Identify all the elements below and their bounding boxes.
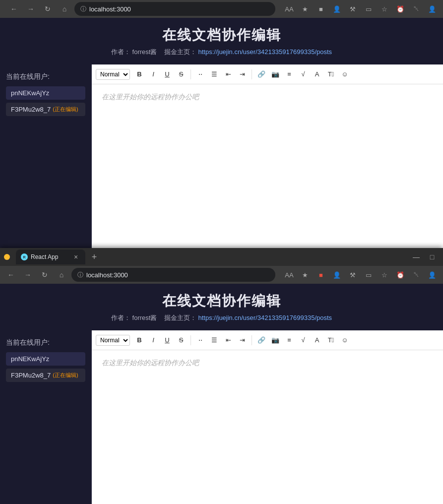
unordered-list-btn-2[interactable]: ☰ bbox=[208, 334, 221, 347]
emoji-btn-2[interactable]: ☺ bbox=[338, 334, 351, 347]
extension-icon-1[interactable]: ■ bbox=[314, 2, 328, 16]
cast-icon-2[interactable]: ␀ bbox=[409, 268, 423, 282]
home-button-2[interactable]: ⌂ bbox=[55, 268, 68, 282]
bookmark-icon-1[interactable]: ★ bbox=[298, 2, 312, 16]
favorites-icon-1[interactable]: ☆ bbox=[378, 2, 391, 16]
tab-active-2[interactable]: R React App × bbox=[16, 250, 85, 264]
formula-btn-1[interactable]: √ bbox=[297, 68, 310, 81]
editor-content-2[interactable]: 在这里开始你的远程协作办公吧 @稀土掘金技术社区 bbox=[92, 350, 443, 504]
browser-window-2: R React App × + — □ ← → ↻ ⌂ ⓘ localhost:… bbox=[0, 248, 443, 504]
unordered-list-btn-1[interactable]: ☰ bbox=[208, 68, 221, 81]
align-btn-1[interactable]: ≡ bbox=[283, 68, 296, 81]
cast-icon-1[interactable]: ␀ bbox=[409, 2, 423, 16]
user-item-4: F3PMu2w8_7 (正在编辑) bbox=[6, 369, 85, 382]
reload-button-2[interactable]: ↻ bbox=[38, 268, 52, 282]
maximize-win-btn-2[interactable]: □ bbox=[425, 250, 439, 264]
editing-badge-2: (正在编辑) bbox=[53, 372, 78, 379]
minimize-button-2[interactable] bbox=[4, 254, 10, 260]
italic-btn-1[interactable]: I bbox=[147, 68, 160, 81]
browser-window-1: ← → ↻ ⌂ ⓘ localhost:3000 AA ★ ■ 👤 ⚒ ▭ ☆ … bbox=[0, 0, 443, 248]
indent-btn-1[interactable]: ⇥ bbox=[236, 68, 249, 81]
ordered-list-btn-1[interactable]: ⋅⋅ bbox=[194, 68, 207, 81]
link-btn-2[interactable]: 🔗 bbox=[255, 334, 268, 347]
extensions-icon-2[interactable]: ⚒ bbox=[346, 268, 360, 282]
ordered-list-btn-2[interactable]: ⋅⋅ bbox=[194, 334, 207, 347]
account-icon-2[interactable]: 👤 bbox=[425, 268, 439, 282]
translate-icon-1[interactable]: AA bbox=[282, 2, 296, 16]
page-body-1: 当前在线用户: pnNEKwAjYz F3PMu2w8_7 (正在编辑) Nor… bbox=[0, 64, 443, 248]
sep-3 bbox=[190, 335, 191, 345]
bold-btn-2[interactable]: B bbox=[133, 334, 146, 347]
juejin-link-1[interactable]: https://juejin.cn/user/3421335917699335/… bbox=[198, 48, 332, 56]
tab-close-2[interactable]: × bbox=[71, 252, 80, 261]
favorites-icon-2[interactable]: ☆ bbox=[378, 268, 391, 282]
extensions-icon-1[interactable]: ⚒ bbox=[346, 2, 360, 16]
profile-icon-1[interactable]: 👤 bbox=[330, 2, 344, 16]
editor-toolbar-2: Normal B I U S ⋅⋅ ☰ ⇤ ⇥ 🔗 📷 ≡ √ A bbox=[92, 330, 443, 350]
indent-btn-2[interactable]: ⇥ bbox=[236, 334, 249, 347]
font-color-btn-1[interactable]: A bbox=[311, 68, 323, 81]
profile-icon-2[interactable]: 👤 bbox=[330, 268, 344, 282]
back-button-1[interactable]: ← bbox=[7, 2, 21, 16]
clear-format-btn-1[interactable]: T⃢ bbox=[324, 68, 337, 81]
page-header-2: 在线文档协作编辑 作者： forrest酱 掘金主页： https://juej… bbox=[0, 284, 443, 330]
editor-content-1[interactable]: 在这里开始你的远程协作办公吧 bbox=[92, 84, 443, 248]
outdent-btn-1[interactable]: ⇤ bbox=[222, 68, 235, 81]
page-area-1: 在线文档协作编辑 作者： forrest酱 掘金主页： https://juej… bbox=[0, 18, 443, 248]
tab-title-2: React App bbox=[31, 253, 68, 260]
back-button-2[interactable]: ← bbox=[4, 268, 18, 282]
address-text-1: localhost:3000 bbox=[89, 5, 131, 13]
style-select-2[interactable]: Normal bbox=[96, 335, 130, 346]
info-icon-1: ⓘ bbox=[80, 5, 86, 13]
editor-area-2: Normal B I U S ⋅⋅ ☰ ⇤ ⇥ 🔗 📷 ≡ √ A bbox=[92, 330, 443, 504]
italic-btn-2[interactable]: I bbox=[147, 334, 160, 347]
clear-format-btn-2[interactable]: T⃢ bbox=[324, 334, 337, 347]
tab-bar-2: R React App × + — □ bbox=[0, 248, 443, 266]
forward-button-2[interactable]: → bbox=[21, 268, 35, 282]
emoji-btn-1[interactable]: ☺ bbox=[338, 68, 351, 81]
home-button-1[interactable]: ⌂ bbox=[58, 2, 71, 16]
account-icon-1[interactable]: 👤 bbox=[425, 2, 439, 16]
translate-icon-2[interactable]: AA bbox=[282, 268, 296, 282]
image-btn-2[interactable]: 📷 bbox=[269, 334, 282, 347]
outdent-btn-2[interactable]: ⇤ bbox=[222, 334, 235, 347]
extension-red-icon-2[interactable]: ■ bbox=[314, 268, 328, 282]
browser-toolbar-icons-1: AA ★ ■ 👤 ⚒ ▭ ☆ ⏰ ␀ 👤 bbox=[282, 2, 439, 16]
tab-group-icon-2[interactable]: ▭ bbox=[362, 268, 376, 282]
browser-chrome-2: ← → ↻ ⌂ ⓘ localhost:3000 AA ★ ■ 👤 ⚒ ▭ ☆ … bbox=[0, 266, 443, 284]
history-icon-2[interactable]: ⏰ bbox=[393, 268, 407, 282]
strikethrough-btn-2[interactable]: S bbox=[175, 334, 188, 347]
image-btn-1[interactable]: 📷 bbox=[269, 68, 282, 81]
juejin-label-1: 掘金主页： bbox=[164, 48, 196, 56]
forward-button-1[interactable]: → bbox=[24, 2, 38, 16]
formula-btn-2[interactable]: √ bbox=[297, 334, 310, 347]
align-btn-2[interactable]: ≡ bbox=[283, 334, 296, 347]
bookmark-icon-2[interactable]: ★ bbox=[298, 268, 312, 282]
user-item-1: pnNEKwAjYz bbox=[6, 86, 85, 100]
address-bar-1[interactable]: ⓘ localhost:3000 bbox=[74, 2, 275, 16]
juejin-link-2[interactable]: https://juejin.cn/user/3421335917699335/… bbox=[198, 314, 332, 321]
sep-1 bbox=[190, 69, 191, 79]
editing-badge-1: (正在编辑) bbox=[53, 106, 78, 113]
page-body-2: 当前在线用户: pnNEKwAjYz F3PMu2w8_7 (正在编辑) Nor… bbox=[0, 330, 443, 504]
editor-area-1: Normal B I U S ⋅⋅ ☰ ⇤ ⇥ 🔗 📷 ≡ √ A bbox=[92, 64, 443, 248]
tab-group-icon-1[interactable]: ▭ bbox=[362, 2, 376, 16]
minimize-win-btn-2[interactable]: — bbox=[409, 250, 423, 264]
history-icon-1[interactable]: ⏰ bbox=[393, 2, 407, 16]
user-item-2: F3PMu2w8_7 (正在编辑) bbox=[6, 103, 85, 116]
placeholder-text-1: 在这里开始你的远程协作办公吧 bbox=[102, 93, 199, 101]
placeholder-text-2: 在这里开始你的远程协作办公吧 bbox=[102, 359, 199, 367]
underline-btn-2[interactable]: U bbox=[161, 334, 174, 347]
strikethrough-btn-1[interactable]: S bbox=[175, 68, 188, 81]
browser-toolbar-icons-2: AA ★ ■ 👤 ⚒ ▭ ☆ ⏰ ␀ 👤 bbox=[282, 268, 439, 282]
reload-button-1[interactable]: ↻ bbox=[41, 2, 55, 16]
style-select-1[interactable]: Normal bbox=[96, 69, 130, 80]
username-1: pnNEKwAjYz bbox=[11, 89, 49, 97]
underline-btn-1[interactable]: U bbox=[161, 68, 174, 81]
bold-btn-1[interactable]: B bbox=[133, 68, 146, 81]
font-color-btn-2[interactable]: A bbox=[311, 334, 323, 347]
address-bar-2[interactable]: ⓘ localhost:3000 bbox=[71, 268, 275, 282]
new-tab-btn-2[interactable]: + bbox=[87, 250, 101, 264]
link-btn-1[interactable]: 🔗 bbox=[255, 68, 268, 81]
sep-2 bbox=[252, 69, 252, 79]
